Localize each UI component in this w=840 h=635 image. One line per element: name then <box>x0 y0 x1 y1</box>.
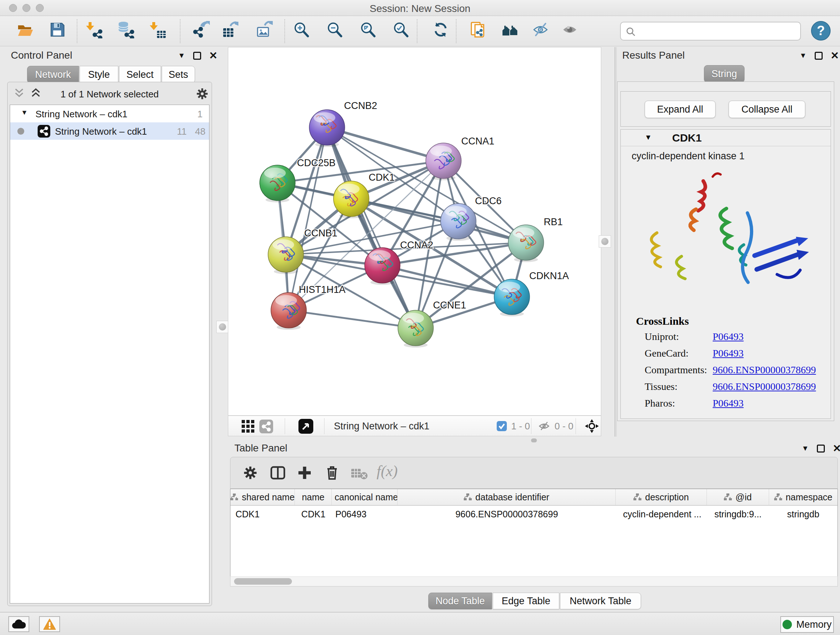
results-panel-close-icon[interactable]: ✕ <box>831 52 839 60</box>
network-edge[interactable] <box>327 127 444 161</box>
network-view-mode-icon[interactable] <box>259 420 273 433</box>
zoom-out-icon[interactable] <box>326 21 343 38</box>
cloud-status-button[interactable] <box>8 616 29 632</box>
crosslink-link[interactable]: P06493 <box>713 331 744 342</box>
crosslink-link[interactable]: 9606.ENSP00000378699 <box>713 381 816 393</box>
control-panel: Control Panel ▼ ✕ Network Style Select S… <box>4 47 214 607</box>
scrollbar-thumb[interactable] <box>234 578 292 585</box>
table-panel-close-icon[interactable]: ✕ <box>833 445 840 453</box>
search-input[interactable] <box>639 24 795 38</box>
column-header[interactable]: database identifier <box>398 489 616 505</box>
column-header[interactable]: canonical name <box>332 489 398 505</box>
tab-style[interactable]: Style <box>80 66 118 83</box>
show-all-icon[interactable] <box>561 21 578 38</box>
column-header[interactable]: description <box>616 489 707 505</box>
table-panel-float-icon[interactable] <box>817 445 825 453</box>
new-network-from-selection-icon[interactable] <box>470 21 487 38</box>
open-session-icon[interactable] <box>16 21 34 38</box>
import-table-from-file-icon[interactable] <box>149 21 166 38</box>
grid-view-icon[interactable] <box>241 420 255 433</box>
birds-eye-view-icon[interactable] <box>298 419 313 434</box>
network-graph[interactable]: CCNB2CCNA1CDC25BCDK1CDC6RB1CCNB1CCNA2CDK… <box>228 48 601 415</box>
network-edge[interactable] <box>327 127 416 328</box>
protein-description: cyclin-dependent kinase 1 <box>632 150 745 162</box>
import-network-from-database-icon[interactable] <box>117 21 134 38</box>
node-label: CCNB2 <box>344 100 377 111</box>
crosslink-link[interactable]: P06493 <box>713 397 744 409</box>
show-columns-icon[interactable] <box>270 464 286 481</box>
column-header[interactable]: @id <box>707 489 769 505</box>
network-edge[interactable] <box>289 127 327 310</box>
network-collection-row[interactable]: ▼ String Network – cdk1 1 <box>10 105 209 122</box>
refresh-icon[interactable] <box>432 21 449 38</box>
network-node-ccne1[interactable]: CCNE1 <box>398 300 466 348</box>
protein-name: CDK1 <box>672 132 702 144</box>
crosslink-link[interactable]: P06493 <box>713 348 744 359</box>
save-session-icon[interactable] <box>49 21 66 38</box>
network-node-cdkn1a[interactable]: CDKN1A <box>494 271 569 317</box>
warnings-button[interactable] <box>39 616 60 632</box>
control-panel-float-icon[interactable] <box>193 52 201 60</box>
tab-network[interactable]: Network <box>27 66 79 83</box>
network-options-gear-icon[interactable] <box>195 87 210 101</box>
protein-section-header[interactable]: ▼ CDK1 <box>621 130 831 146</box>
expand-all-button[interactable]: Expand All <box>645 101 715 118</box>
network-view-canvas[interactable]: CCNB2CCNA1CDC25BCDK1CDC6RB1CCNB1CCNA2CDK… <box>228 47 601 416</box>
section-collapse-icon[interactable]: ▼ <box>645 133 652 141</box>
network-edge[interactable] <box>289 310 416 328</box>
collapse-all-button[interactable]: Collapse All <box>729 101 805 118</box>
create-column-plus-icon[interactable] <box>296 464 313 481</box>
table-row[interactable]: CDK1 CDK1 P06493 9606.ENSP00000378699 cy… <box>231 506 837 523</box>
node-label: CDKN1A <box>529 271 569 281</box>
fit-content-crosshair-icon[interactable] <box>584 419 599 433</box>
network-list: ▼ String Network – cdk1 1 String Network… <box>10 105 210 603</box>
table-panel-collapse-icon[interactable]: ▼ <box>802 444 809 453</box>
network-node-hist1h1a[interactable]: HIST1H1A <box>271 284 346 330</box>
zoom-selected-icon[interactable] <box>392 21 409 38</box>
node-label: CDK1 <box>369 172 395 183</box>
results-panel-collapse-icon[interactable]: ▼ <box>799 51 807 60</box>
control-panel-collapse-icon[interactable]: ▼ <box>178 51 185 60</box>
tree-expand-icon[interactable]: ▼ <box>21 109 28 117</box>
main-toolbar: ? <box>0 16 840 46</box>
zoom-in-icon[interactable] <box>293 21 310 38</box>
tab-node-table[interactable]: Node Table <box>428 593 492 609</box>
export-network-icon[interactable] <box>193 21 210 38</box>
network-state-dot-icon <box>17 128 24 135</box>
network-node-rb1[interactable]: RB1 <box>508 217 563 262</box>
tab-sets[interactable]: Sets <box>162 66 195 83</box>
node-table[interactable]: shared name name canonical name database… <box>230 489 838 586</box>
import-network-from-file-icon[interactable] <box>85 21 103 38</box>
right-splitter-handle[interactable] <box>599 235 611 248</box>
zoom-fit-icon[interactable] <box>359 21 377 38</box>
first-neighbors-icon[interactable] <box>501 21 519 38</box>
hide-selected-icon[interactable] <box>532 21 549 38</box>
table-options-gear-icon[interactable] <box>242 464 259 481</box>
results-panel-float-icon[interactable] <box>815 52 823 60</box>
tab-string[interactable]: String <box>704 65 745 82</box>
toolbar-separator <box>284 19 285 43</box>
table-horizontal-scrollbar[interactable] <box>230 576 838 586</box>
network-panel-body: 1 of 1 Network selected ▼ String Network… <box>7 82 212 606</box>
column-header[interactable]: shared name <box>231 489 295 505</box>
network-node-ccnb1[interactable]: CCNB1 <box>268 228 338 274</box>
tab-edge-table[interactable]: Edge Table <box>493 593 559 609</box>
memory-button[interactable]: Memory <box>780 616 834 633</box>
network-row-selected[interactable]: String Network – cdk1 11 48 <box>10 122 209 140</box>
column-header[interactable]: name <box>295 489 332 505</box>
tab-select[interactable]: Select <box>119 66 161 83</box>
network-edge-count: 48 <box>195 126 205 137</box>
help-button[interactable]: ? <box>811 21 831 41</box>
network-node-ccna1[interactable]: CCNA1 <box>426 136 494 180</box>
tab-network-table[interactable]: Network Table <box>560 593 641 609</box>
delete-column-trash-icon[interactable] <box>324 464 340 481</box>
export-image-icon[interactable] <box>256 21 273 38</box>
export-table-icon[interactable] <box>221 21 238 38</box>
selected-checkbox-icon[interactable] <box>497 421 507 431</box>
crosslink-label: Uniprot: <box>645 331 679 342</box>
column-header[interactable]: namespace <box>769 489 837 505</box>
crosslink-link[interactable]: 9606.ENSP00000378699 <box>713 364 816 376</box>
left-splitter-handle[interactable] <box>216 321 229 333</box>
control-panel-close-icon[interactable]: ✕ <box>209 52 218 60</box>
node-label: CCNB1 <box>304 228 338 239</box>
